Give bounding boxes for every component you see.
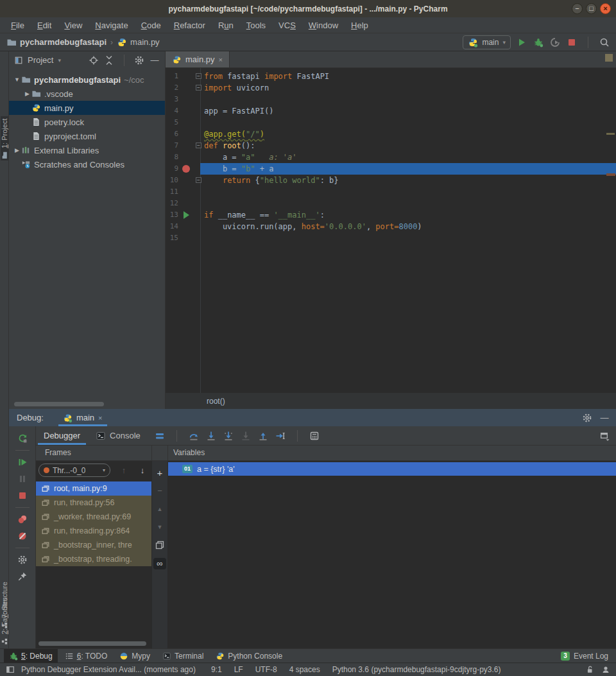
line-number[interactable]: 14 <box>166 221 178 232</box>
close-icon[interactable]: × <box>219 56 223 64</box>
line-number[interactable]: 8 <box>166 152 178 163</box>
remove-icon[interactable]: − <box>155 486 165 496</box>
status-widget[interactable]: 4 spaces <box>289 665 320 674</box>
frame-row[interactable]: _bootstrap, threading. <box>36 552 151 566</box>
libs-icon[interactable] <box>21 146 31 155</box>
status-widget[interactable]: 9:1 <box>211 665 222 674</box>
variable-row[interactable]: 01a = {str} 'a' <box>168 462 616 476</box>
menu-window[interactable]: Window <box>303 19 344 31</box>
code-line-8[interactable]: 8 a = "a" a: 'a' <box>166 152 616 163</box>
warning-stripe-marker[interactable] <box>606 133 615 135</box>
menu-tools[interactable]: Tools <box>241 19 271 31</box>
folder-icon[interactable] <box>31 89 41 99</box>
run-to-cursor-icon[interactable] <box>275 431 286 441</box>
chevron-down-icon[interactable]: ▾ <box>58 57 61 64</box>
line-number[interactable]: 4 <box>166 105 178 117</box>
frame-row[interactable]: _bootstrap_inner, thre <box>36 538 151 552</box>
pause-icon[interactable] <box>17 474 28 484</box>
status-message[interactable]: Python Debugger Extension Avail... (mome… <box>21 665 196 674</box>
settings-icon[interactable] <box>17 555 28 565</box>
python-icon[interactable] <box>117 37 127 48</box>
menu-code[interactable]: Code <box>135 19 167 31</box>
sidebar-item-favorites[interactable]: 2: Favorites <box>1 598 8 645</box>
force-step-into-icon[interactable] <box>223 431 234 441</box>
minimize-button[interactable]: − <box>572 3 583 14</box>
tab-console[interactable]: Console <box>88 426 148 445</box>
menu-navigate[interactable]: Navigate <box>89 19 133 31</box>
folder-icon[interactable] <box>1 152 8 159</box>
code-line-10[interactable]: 10− return {"hello world": b} <box>166 175 616 186</box>
line-number[interactable]: 12 <box>166 198 178 209</box>
lock-icon[interactable] <box>585 665 594 674</box>
menu-vcs[interactable]: VCS <box>273 19 302 31</box>
folder-icon[interactable] <box>6 37 17 48</box>
frame-row[interactable]: run, threading.py:864 <box>36 524 151 538</box>
project-panel-title[interactable]: Project <box>28 55 53 65</box>
code-line-14[interactable]: 14 uvicorn.run(app, host='0.0.0.0', port… <box>166 221 616 232</box>
code-editor[interactable]: 1−from fastapi import FastAPI2−import uv… <box>166 68 616 393</box>
tool-window-toggle-icon[interactable] <box>6 665 15 674</box>
toolbar-button-python-console[interactable]: Python Console <box>210 649 287 663</box>
expander-icon[interactable]: ▶ <box>13 147 21 153</box>
tab-debugger[interactable]: Debugger <box>36 426 88 445</box>
frame-row[interactable]: _worker, thread.py:69 <box>36 510 151 524</box>
blocks-icon[interactable] <box>1 637 8 645</box>
copy-frames-icon[interactable] <box>155 540 165 550</box>
code-line-1[interactable]: 1−from fastapi import FastAPI <box>166 71 616 82</box>
run-line-icon[interactable] <box>184 211 189 219</box>
toolbar-button-mypy[interactable]: Mypy <box>114 649 155 663</box>
watch-infinity-icon[interactable]: ∞ <box>153 558 166 569</box>
status-widget[interactable]: Python 3.6 (pycharmdebugfastapi-9cdjtyrg… <box>332 665 501 674</box>
code-line-13[interactable]: 13if __name__ == '__main__': <box>166 209 616 221</box>
line-number[interactable]: 5 <box>166 117 178 128</box>
stop-icon[interactable] <box>17 490 28 501</box>
menu-file[interactable]: File <box>5 19 30 31</box>
hide-icon[interactable]: — <box>599 413 610 423</box>
line-number[interactable]: 6 <box>166 128 178 140</box>
toolbar-button-terminal[interactable]: Terminal <box>157 649 209 663</box>
code-line-9[interactable]: 9 b = "b" + a <box>166 163 616 175</box>
smart-step-into-icon[interactable] <box>241 431 251 441</box>
project-horizontal-scrollbar[interactable] <box>14 402 104 406</box>
settings-icon[interactable] <box>582 413 592 423</box>
settings-icon[interactable] <box>134 55 144 65</box>
menu-edit[interactable]: Edit <box>31 19 57 31</box>
line-number[interactable]: 2 <box>166 82 178 94</box>
debug-bug-icon[interactable] <box>533 37 543 48</box>
menu-refactor[interactable]: Refactor <box>168 19 211 31</box>
collapse-icon[interactable] <box>104 55 114 65</box>
arrow-down-icon[interactable]: ↓ <box>137 465 148 476</box>
file-icon[interactable] <box>31 132 41 141</box>
tree-item-pycharmdebugfastapi[interactable]: ▼pycharmdebugfastapi~/coc <box>9 73 165 87</box>
debug-bug-icon[interactable] <box>9 652 18 661</box>
line-number[interactable]: 13 <box>166 209 178 221</box>
tree-item-External-Libraries[interactable]: ▶External Libraries <box>9 143 165 157</box>
fold-marker-icon[interactable]: − <box>196 73 201 79</box>
code-line-15[interactable]: 15 <box>166 232 616 244</box>
python-icon[interactable] <box>216 652 225 661</box>
fold-marker-icon[interactable]: − <box>196 143 201 148</box>
code-line-7[interactable]: 7−def root(): <box>166 140 616 152</box>
status-widget[interactable]: UTF-8 <box>255 665 277 674</box>
run-icon[interactable] <box>517 37 527 48</box>
menu-help[interactable]: Help <box>345 19 374 31</box>
frame-row[interactable]: run, thread.py:56 <box>36 496 151 510</box>
line-number[interactable]: 10 <box>166 175 178 186</box>
debug-session-tab[interactable]: main × <box>56 409 109 426</box>
expander-icon[interactable]: ▼ <box>13 76 21 83</box>
resume-icon[interactable] <box>17 457 28 467</box>
maximize-button[interactable]: □ <box>586 3 597 14</box>
stop-icon[interactable] <box>567 37 577 48</box>
line-number[interactable]: 11 <box>166 186 178 198</box>
toolbar-button-5-debug[interactable]: 5: Debug <box>4 649 58 663</box>
code-line-6[interactable]: 6@app.get("/") <box>166 128 616 140</box>
code-line-5[interactable]: 5 <box>166 117 616 128</box>
face-icon[interactable] <box>601 665 610 674</box>
fold-marker-icon[interactable]: − <box>196 85 201 91</box>
frames-horizontal-scrollbar[interactable] <box>38 641 146 646</box>
breakpoint-icon[interactable] <box>182 165 190 173</box>
python-icon[interactable] <box>31 103 41 113</box>
terminal-icon[interactable] <box>162 652 171 661</box>
line-number[interactable]: 15 <box>166 232 178 244</box>
line-number[interactable]: 3 <box>166 94 178 105</box>
